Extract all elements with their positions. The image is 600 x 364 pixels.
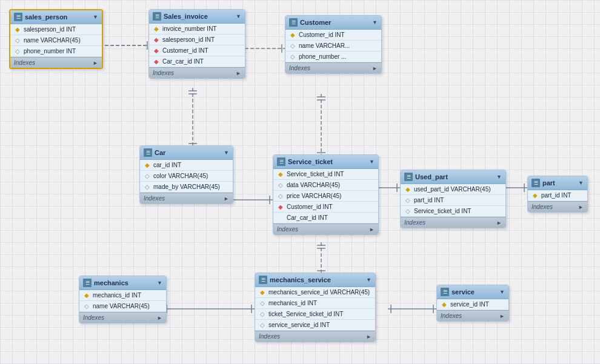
table-name: mechanics [94, 279, 128, 286]
table-mechanics: ☰ mechanics ▼ ◆ mechanics_id INT ◇ name … [79, 276, 167, 323]
field-text: data VARCHAR(45) [287, 182, 340, 188]
footer-arrow: ► [366, 334, 372, 340]
dropdown-arrow[interactable]: ▼ [499, 289, 505, 295]
regular-icon: ◇ [259, 300, 266, 307]
dropdown-arrow[interactable]: ▼ [372, 19, 378, 25]
field-text: service_id INT [450, 301, 489, 308]
indexes-label: Indexes [144, 195, 165, 202]
table-footer[interactable]: Indexes ► [401, 217, 505, 228]
table-used-part: ☰ Used_part ▼ ◆ used_part_id VARCHAR(45)… [400, 170, 506, 228]
table-sales-person: ☰ sales_person ▼ ◆ salesperson_id INT ◇ … [9, 9, 103, 69]
field-text: salesperson_id INT [24, 26, 76, 33]
footer-arrow: ► [236, 70, 241, 76]
dropdown-arrow[interactable]: ▼ [93, 14, 98, 20]
regular-icon: ◇ [14, 37, 21, 44]
table-icon: ☰ [144, 148, 152, 157]
field-row: ◆ mechanics_id INT [79, 290, 166, 301]
field-row: ◆ salesperson_id INT [149, 35, 245, 45]
indexes-label: Indexes [153, 70, 174, 76]
table-icon: ☰ [14, 13, 22, 21]
field-text: phone_number ... [299, 53, 346, 60]
dropdown-arrow[interactable]: ▼ [157, 280, 162, 286]
regular-icon: ◇ [259, 311, 266, 318]
pk-icon: ◆ [144, 162, 151, 169]
field-row: ◆ car_id INT [140, 160, 233, 171]
fk-icon: ◆ [153, 36, 160, 44]
field-row: ◆ Customer_id INT [285, 30, 381, 41]
dropdown-arrow[interactable]: ▼ [496, 174, 502, 180]
field-text: Customer_id INT [299, 31, 345, 38]
footer-arrow: ► [496, 220, 502, 226]
field-row: ◇ phone_number ... [285, 51, 381, 62]
table-header-car[interactable]: ☰ Car ▼ [140, 146, 233, 160]
pk-icon: ◆ [404, 186, 412, 193]
regular-icon: ◇ [259, 322, 266, 329]
field-row: ◆ salesperson_id INT [10, 24, 102, 35]
table-footer[interactable]: Indexes ► [528, 201, 587, 212]
table-service: ☰ service ▼ ◆ service_id INT Indexes ► [436, 285, 509, 322]
pk-icon: ◆ [259, 289, 266, 296]
table-header-used-part[interactable]: ☰ Used_part ▼ [401, 170, 505, 184]
dropdown-arrow[interactable]: ▼ [578, 180, 584, 186]
field-row: ◆ Customer_id INT [273, 202, 378, 213]
table-header-mechanics-service[interactable]: ☰ mechanics_service ▼ [255, 273, 375, 287]
table-header-part[interactable]: ☰ part ▼ [528, 176, 587, 190]
field-row: ◇ name VARCHAR(45) [79, 301, 166, 312]
table-name: Car [155, 149, 165, 156]
field-text: color VARCHAR(45) [153, 173, 208, 179]
indexes-label: Indexes [441, 313, 462, 319]
table-footer[interactable]: Indexes ► [255, 331, 375, 342]
table-mechanics-service: ☰ mechanics_service ▼ ◆ mechanics_servic… [255, 273, 376, 342]
field-row: ◇ ticket_Service_ticket_id INT [255, 309, 375, 320]
field-text: part_id INT [541, 192, 571, 199]
table-footer[interactable]: Indexes ► [79, 312, 166, 323]
dropdown-arrow[interactable]: ▼ [224, 150, 229, 156]
table-icon: ☰ [83, 279, 92, 287]
regular-icon: ◇ [289, 42, 296, 50]
field-text: name VARCHAR(45) [93, 303, 150, 309]
field-row: ◆ part_id INT [528, 190, 587, 201]
field-text: ticket_Service_ticket_id INT [268, 311, 343, 317]
table-header-sales-person[interactable]: ☰ sales_person ▼ [10, 10, 102, 24]
dropdown-arrow[interactable]: ▼ [366, 277, 372, 283]
regular-icon: ◇ [83, 303, 90, 310]
field-row: Car_car_id INT [273, 213, 378, 223]
field-row: ◇ price VARCHAR(45) [273, 191, 378, 202]
table-service-ticket: ☰ Service_ticket ▼ ◆ Service_ticket_id I… [273, 154, 379, 235]
table-footer[interactable]: Indexes ► [10, 57, 102, 68]
table-header-mechanics[interactable]: ☰ mechanics ▼ [79, 276, 166, 290]
table-footer[interactable]: Indexes ► [285, 62, 381, 73]
field-text: mechanics_id INT [268, 300, 317, 306]
table-name: mechanics_service [270, 276, 331, 283]
table-footer[interactable]: Indexes ► [437, 310, 508, 321]
table-header-service-ticket[interactable]: ☰ Service_ticket ▼ [273, 155, 378, 169]
regular-icon: ◇ [404, 197, 412, 204]
table-header-service[interactable]: ☰ service ▼ [437, 285, 508, 299]
table-footer[interactable]: Indexes ► [149, 67, 245, 78]
dropdown-arrow[interactable]: ▼ [369, 159, 375, 165]
table-footer[interactable]: Indexes ► [273, 223, 378, 234]
table-name: part [542, 179, 555, 187]
field-row: ◇ data VARCHAR(45) [273, 180, 378, 191]
dropdown-arrow[interactable]: ▼ [236, 13, 241, 19]
field-text: name VARCHAR(45) [24, 37, 81, 44]
field-text: car_id INT [153, 162, 181, 168]
table-sales-invoice: ☰ Sales_invoice ▼ ◆ invoice_number INT ◆… [148, 9, 245, 79]
table-header-customer[interactable]: ☰ Customer ▼ [285, 16, 381, 30]
table-footer[interactable]: Indexes ► [140, 193, 233, 204]
field-text: made_by VARCHAR(45) [153, 184, 220, 190]
field-row: ◆ mechanics_service_id VARCHAR(45) [255, 287, 375, 298]
pk-icon: ◆ [14, 26, 21, 33]
indexes-label: Indexes [277, 226, 298, 233]
indexes-label: Indexes [83, 314, 104, 321]
indexes-label: Indexes [404, 219, 425, 226]
table-header-sales-invoice[interactable]: ☰ Sales_invoice ▼ [149, 10, 245, 24]
field-text: mechanics_service_id VARCHAR(45) [268, 289, 370, 296]
field-row: ◇ Service_ticket_id INT [401, 206, 505, 217]
field-row: ◆ invoice_number INT [149, 24, 245, 35]
regular-icon: ◇ [277, 193, 284, 200]
pk-icon: ◆ [83, 292, 90, 299]
field-text: price VARCHAR(45) [287, 193, 341, 199]
fk-icon: ◆ [153, 58, 160, 65]
field-row: ◇ mechanics_id INT [255, 298, 375, 309]
